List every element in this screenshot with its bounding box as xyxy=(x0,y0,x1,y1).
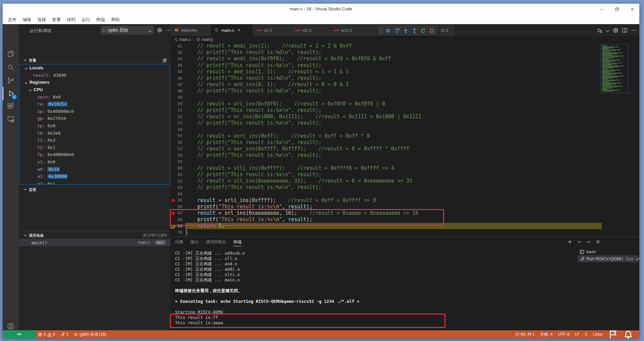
variable-row[interactable]: ra:0x1025c xyxy=(19,100,170,108)
menu-item-5[interactable]: 转到 xyxy=(64,15,78,24)
code-line-49[interactable]: 49 xyxy=(170,94,602,101)
code-line-70[interactable]: 70} xyxy=(170,229,602,235)
variables-section-header[interactable]: 变量 xyxy=(19,57,170,64)
variable-row[interactable]: a2:0x1 xyxy=(19,180,170,185)
more-actions-icon[interactable] xyxy=(631,27,637,33)
gear-icon[interactable] xyxy=(157,27,162,33)
variable-row[interactable]: fp:0x408006e0 xyxy=(19,151,170,158)
menu-item-8[interactable]: 帮助 xyxy=(108,15,123,24)
code-line-47[interactable]: 47 // result = and_ins(0, 1); //result =… xyxy=(170,81,602,88)
variable-row[interactable]: sp:0x408006c0 xyxy=(19,108,170,115)
close-icon[interactable]: × xyxy=(237,27,240,33)
terminal-list-item-Run RISCV-QEMU[interactable]: Run RISCV-QEMUTask xyxy=(578,255,638,262)
code-line-65[interactable]: 65 result = srli_ins(0xffff); //result =… xyxy=(170,197,602,204)
watch-section-header[interactable]: 监视 xyxy=(19,186,170,193)
notifications-bell-icon[interactable] xyxy=(621,329,636,339)
restore-icon[interactable] xyxy=(614,6,620,12)
callstack-section-header[interactable]: 调用堆栈 因 STEP 已暂停 xyxy=(19,231,170,239)
code-line-48[interactable]: 48 // printf("This result is:%d\n", resu… xyxy=(170,88,602,94)
code-line-62[interactable]: 62 // result = sll_ins(0xeeeeeeee, 31); … xyxy=(170,178,602,184)
os-indicator[interactable]: Linux xyxy=(590,332,605,337)
panel-tab-输出[interactable]: 输出 xyxy=(191,239,199,246)
menu-item-4[interactable]: 查看 xyxy=(49,15,64,24)
tab-and.S[interactable]: ASMand.S xyxy=(330,24,368,36)
code-line-45[interactable]: 45 // result = and_ins(1, 1); //result =… xyxy=(170,69,602,75)
code-line-43[interactable]: 43 // result = andi_ins(0xf0f0); //resul… xyxy=(170,56,602,62)
debug-session-status[interactable]: (gdb) 启动 (16) xyxy=(71,332,109,337)
code-line-56[interactable]: 56 // printf("This result is:%x\n", resu… xyxy=(170,139,602,146)
variable-row[interactable]: a0:0x14 xyxy=(19,165,170,173)
chevron-down-icon[interactable] xyxy=(577,240,582,244)
code-line-64[interactable]: 64 xyxy=(170,191,602,197)
variable-row[interactable]: zero:0x0 xyxy=(19,93,170,100)
variable-row[interactable]: s1:0x0 xyxy=(19,158,170,166)
restart-icon[interactable] xyxy=(419,26,427,35)
code-line-63[interactable]: 63 // printf("This result is:%x\n", resu… xyxy=(170,184,602,191)
variable-row[interactable]: a1:0x28008 xyxy=(19,173,170,180)
code-line-69[interactable]: 69 return 0; xyxy=(170,223,602,229)
code-line-41[interactable]: 41 // result = andi_ins(2); //result = 2… xyxy=(170,43,602,49)
close-icon[interactable] xyxy=(629,6,635,12)
gutter[interactable] xyxy=(170,199,176,202)
code-line-54[interactable]: 54 xyxy=(170,126,602,133)
code-line-46[interactable]: 46 // printf("This result is:%d\n", resu… xyxy=(170,75,602,81)
variable-row[interactable]: result:43690 xyxy=(19,72,170,79)
code-line-66[interactable]: 66 printf("This result is:%x\n", result)… xyxy=(170,204,602,210)
code-editor[interactable]: 41 // result = andi_ins(2); //result = 2… xyxy=(170,43,602,236)
terminal-output[interactable]: CC -[M] 正在构建 ... addsub.oCC -[M] 正在构建 ..… xyxy=(175,251,571,326)
variable-row[interactable]: t1:0x3 xyxy=(19,137,170,144)
running-tasks-status[interactable]: 1 xyxy=(58,332,71,337)
minimap[interactable] xyxy=(600,44,629,93)
tab-slti.S[interactable]: ASMslti.S xyxy=(291,24,330,36)
activity-item-run-and-debug[interactable]: 1 xyxy=(3,87,19,100)
cursor-position[interactable]: 行 69, 列 1 xyxy=(513,332,537,337)
code-line-42[interactable]: 42 // printf("This result is:%d\n", resu… xyxy=(170,49,602,56)
minimize-icon[interactable] xyxy=(598,6,604,12)
code-line-52[interactable]: 52 // result = or_ins(0x1000, 0x1111); /… xyxy=(170,114,602,120)
feedback-icon[interactable] xyxy=(605,330,621,339)
variable-row[interactable]: t0:0x3e8 xyxy=(19,129,170,137)
drag-handle-icon[interactable] xyxy=(380,27,383,33)
maximize-panel-icon[interactable] xyxy=(586,240,591,244)
panel-tab-调试控制台[interactable]: 调试控制台 xyxy=(206,239,226,246)
run-or-debug-icon[interactable] xyxy=(597,27,602,33)
breakpoint-icon[interactable] xyxy=(172,199,175,202)
step-over-icon[interactable] xyxy=(392,26,401,35)
code-line-55[interactable]: 55 // result = xori_ins(0xff); //result … xyxy=(170,133,602,139)
remote-indicator[interactable]: >< xyxy=(3,330,35,338)
breakpoint-icon[interactable] xyxy=(172,212,175,215)
tab-main.c[interactable]: Cmain.c× xyxy=(211,24,253,36)
close-panel-icon[interactable] xyxy=(596,240,600,244)
activity-item-extensions[interactable] xyxy=(3,99,19,113)
tab-Makefile[interactable]: MMakefile xyxy=(170,24,211,36)
collapse-all-icon[interactable] xyxy=(162,58,167,63)
menu-item-2[interactable]: 编辑 xyxy=(19,15,34,24)
code-line-60[interactable]: 60 // result = slli_ins(0xffff); //resul… xyxy=(170,165,602,172)
chevron-down-icon[interactable] xyxy=(606,28,609,32)
step-into-icon[interactable] xyxy=(401,26,410,35)
variable-row[interactable]: CPU xyxy=(19,86,170,93)
variable-row[interactable]: tp:0x0 xyxy=(19,122,170,130)
panel-tab-终端[interactable]: 终端 xyxy=(233,239,241,246)
code-line-51[interactable]: 51 // printf("This result is:%x\n", resu… xyxy=(170,107,602,114)
menu-item-7[interactable]: 终端 xyxy=(93,15,108,24)
code-line-57[interactable]: 57 // result = xor_ins(0xffff, 0xffff); … xyxy=(170,146,602,152)
split-editor-icon[interactable] xyxy=(622,27,628,33)
activity-item-remote-explorer[interactable] xyxy=(3,113,19,126)
problems-status[interactable]: 0 0 xyxy=(35,332,58,337)
breadcrumb-symbol[interactable]: main() xyxy=(202,37,213,42)
variable-row[interactable]: gp:0x27910 xyxy=(19,115,170,122)
terminal-list-item-bash[interactable]: bash xyxy=(578,248,638,255)
activity-item-explorer[interactable] xyxy=(3,47,19,61)
encoding[interactable]: UTF-8 xyxy=(555,332,572,337)
breadcrumb-file[interactable]: main.c xyxy=(179,37,191,42)
start-debug-icon[interactable]: ▷ xyxy=(103,28,106,32)
indentation[interactable]: 空格: 4 xyxy=(537,332,555,337)
panel-tab-问题[interactable]: 问题 xyxy=(175,239,183,246)
code-line-68[interactable]: 68 printf("This result is:%x\n", result)… xyxy=(170,216,602,223)
menu-item-3[interactable]: 选择 xyxy=(34,15,49,24)
code-line-67[interactable]: 67 result = srl_ins(0xaaaaaaaa, 16); //r… xyxy=(170,210,602,216)
code-line-58[interactable]: 58 // printf("This result is:%x\n", resu… xyxy=(170,152,602,158)
launch-config-dropdown[interactable]: ▷ (gdb) 启动 xyxy=(101,26,154,35)
callstack-frame-row[interactable]: main() main.c 69:1 xyxy=(19,239,170,246)
